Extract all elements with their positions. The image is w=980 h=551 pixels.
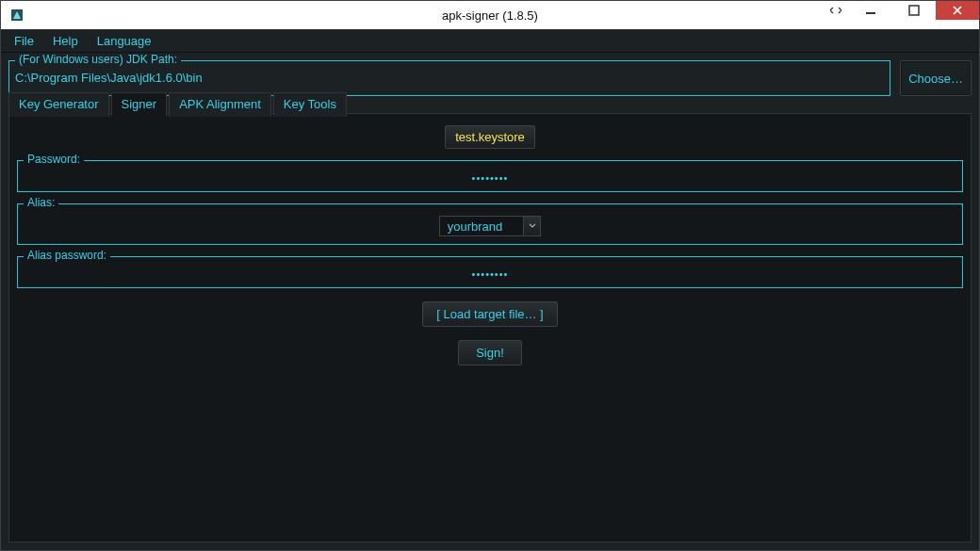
alias-select[interactable]: yourbrand: [439, 216, 542, 236]
menu-bar: File Help Language: [1, 30, 979, 53]
app-icon: [7, 5, 27, 25]
keystore-file-button[interactable]: test.keystore: [445, 125, 535, 149]
password-legend: Password:: [24, 153, 84, 166]
content-area: (For Windows users) JDK Path: C:\Program…: [1, 53, 979, 550]
svg-rect-1: [866, 12, 875, 14]
tab-key-generator[interactable]: Key Generator: [8, 92, 109, 117]
password-group: Password: ••••••••: [17, 160, 963, 192]
close-button[interactable]: [936, 1, 979, 20]
app-window: apk-signer (1.8.5) File Help Language: [0, 0, 980, 551]
menu-file[interactable]: File: [5, 31, 43, 51]
window-controls: [823, 1, 979, 29]
alias-value: yourbrand: [440, 219, 524, 234]
load-target-button[interactable]: [ Load target file… ]: [422, 301, 557, 327]
tab-strip: Key Generator Signer APK Alignment Key T…: [8, 91, 349, 116]
menu-help[interactable]: Help: [43, 31, 88, 51]
svg-rect-2: [909, 6, 919, 15]
menu-language[interactable]: Language: [88, 31, 161, 51]
tab-key-tools[interactable]: Key Tools: [273, 92, 347, 117]
alias-password-legend: Alias password:: [24, 249, 110, 262]
tab-signer[interactable]: Signer: [111, 92, 168, 117]
alias-group: Alias: yourbrand: [17, 203, 963, 245]
overflow-icon[interactable]: [823, 1, 849, 20]
alias-password-group: Alias password: ••••••••: [17, 256, 963, 288]
jdk-path-legend: (For Windows users) JDK Path:: [15, 53, 181, 66]
tabs-container: Key Generator Signer APK Alignment Key T…: [8, 113, 972, 543]
minimize-button[interactable]: [849, 1, 892, 20]
alias-password-field[interactable]: ••••••••: [472, 268, 509, 280]
alias-legend: Alias:: [24, 196, 58, 209]
signer-panel: test.keystore Password: •••••••• Alias: …: [9, 114, 971, 542]
choose-jdk-button[interactable]: Choose…: [900, 60, 972, 96]
chevron-down-icon: [523, 217, 540, 235]
maximize-button[interactable]: [892, 1, 936, 20]
sign-button[interactable]: Sign!: [458, 340, 522, 365]
titlebar[interactable]: apk-signer (1.8.5): [1, 1, 979, 29]
tab-apk-alignment[interactable]: APK Alignment: [169, 92, 271, 117]
jdk-path-value[interactable]: C:\Program Files\Java\jdk1.6.0\bin: [15, 71, 884, 85]
app-body: File Help Language (For Windows users) J…: [1, 29, 979, 550]
password-field[interactable]: ••••••••: [472, 172, 509, 184]
